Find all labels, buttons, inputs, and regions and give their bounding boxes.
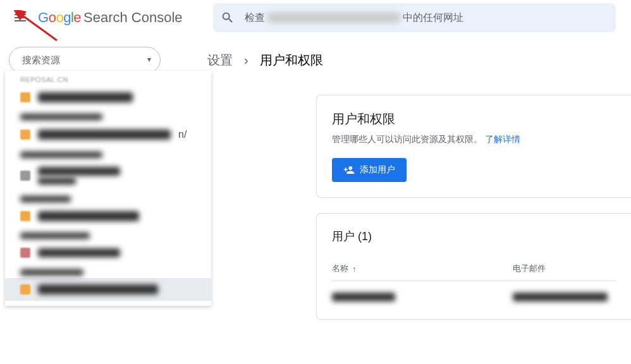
col-name-header[interactable]: 名称 ↑ (332, 263, 513, 274)
sort-up-icon: ↑ (352, 264, 357, 274)
property-search-input[interactable]: 搜索资源 ▾ (9, 47, 161, 73)
dropdown-group-label (5, 228, 211, 241)
users-title: 用户 (1) (332, 229, 616, 244)
url-inspect-input[interactable]: 检查 中的任何网址 (213, 3, 616, 32)
property-dropdown[interactable]: REPOSAL.CN n/ (5, 71, 211, 306)
property-item[interactable] (5, 161, 211, 191)
permissions-title: 用户和权限 (332, 111, 616, 128)
breadcrumb-current: 用户和权限 (260, 52, 323, 69)
property-item[interactable]: n/ (5, 123, 211, 147)
user-row[interactable] (332, 281, 616, 313)
dropdown-group-label (5, 264, 211, 278)
users-card: 用户 (1) 名称 ↑ 电子邮件 (316, 213, 631, 320)
property-item[interactable] (5, 205, 211, 228)
menu-icon (13, 10, 28, 25)
col-email-header[interactable]: 电子邮件 (513, 263, 546, 274)
search-icon (221, 11, 235, 25)
chevron-right-icon: › (244, 53, 248, 68)
property-item[interactable] (5, 241, 211, 264)
users-table-header: 名称 ↑ 电子邮件 (332, 263, 616, 281)
brand-logo: Google Search Console (38, 9, 183, 26)
dropdown-group-label (5, 147, 211, 161)
property-search-placeholder: 搜索资源 (22, 54, 60, 66)
dropdown-group-label: REPOSAL.CN (5, 71, 211, 86)
breadcrumb-parent[interactable]: 设置 (207, 52, 233, 69)
url-inspect-text: 检查 中的任何网址 (245, 11, 463, 25)
permissions-card: 用户和权限 管理哪些人可以访问此资源及其权限。 了解详情 添加用户 (316, 95, 631, 198)
property-item[interactable] (5, 86, 211, 109)
learn-more-link[interactable]: 了解详情 (485, 134, 520, 144)
dropdown-group-label (5, 191, 211, 205)
add-user-label: 添加用户 (360, 164, 395, 176)
add-user-icon (343, 164, 355, 176)
google-logo: Google (38, 9, 81, 26)
breadcrumb: 设置 › 用户和权限 (207, 52, 323, 69)
chevron-down-icon: ▾ (147, 55, 151, 64)
dropdown-group-label (5, 109, 211, 123)
hamburger-menu-button[interactable] (5, 3, 35, 33)
brand-suffix: Search Console (83, 9, 183, 26)
permissions-subtitle: 管理哪些人可以访问此资源及其权限。 了解详情 (332, 134, 616, 145)
property-item-selected[interactable] (5, 278, 211, 301)
add-user-button[interactable]: 添加用户 (332, 158, 407, 182)
